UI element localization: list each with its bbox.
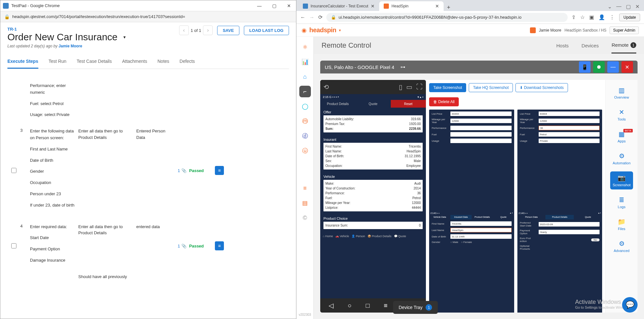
device-tray[interactable]: Device Tray 1 bbox=[393, 301, 438, 314]
new-tab-button[interactable]: + bbox=[444, 4, 454, 11]
load-last-log-button[interactable]: LOAD LAST LOG bbox=[244, 26, 289, 35]
dropdown-caret-icon[interactable]: ▾ bbox=[123, 34, 126, 40]
chevron-down-icon[interactable]: ▾ bbox=[339, 28, 341, 33]
share-icon[interactable]: ⇪ bbox=[572, 14, 576, 20]
doc-icon[interactable]: ≡ bbox=[215, 241, 224, 250]
tab-execute-steps[interactable]: Execute Steps bbox=[7, 55, 38, 69]
take-hq-screenshot-button[interactable]: Take HQ Screenshot bbox=[469, 83, 513, 92]
tool-logs[interactable]: ≣Logs bbox=[615, 193, 628, 211]
bookmark-icon[interactable]: ☆ bbox=[580, 14, 585, 20]
sidebar-doc-icon[interactable]: ▤ bbox=[299, 197, 311, 209]
nav-product[interactable]: 📦 Product Details bbox=[368, 235, 391, 238]
prev-button[interactable]: ‹ bbox=[179, 25, 189, 35]
maximize-button[interactable]: ▢ bbox=[270, 2, 279, 10]
step-checkbox[interactable] bbox=[11, 168, 16, 173]
super-admin-button[interactable]: Super Admin bbox=[610, 26, 639, 34]
tool-apps[interactable]: BETA▦Apps bbox=[615, 128, 628, 146]
close-button[interactable]: ✕ bbox=[635, 4, 639, 10]
screenshot-thumbnail[interactable]: List Price44444 Mileage per Year12000 Pe… bbox=[429, 110, 514, 227]
tool-advanced[interactable]: ⚙Advanced bbox=[611, 237, 632, 255]
tab-attachments[interactable]: Attachments bbox=[122, 55, 147, 69]
back-button[interactable]: ← bbox=[300, 15, 305, 20]
nav-home[interactable]: ⌂ Home bbox=[323, 235, 333, 238]
sidebar-network-icon[interactable]: ⚛ bbox=[299, 41, 311, 53]
tab-devices[interactable]: Devices bbox=[582, 38, 599, 53]
close-device-button[interactable]: ✕ bbox=[621, 61, 633, 73]
tool-automation[interactable]: ⚙Automation bbox=[610, 150, 633, 168]
sidebar-copyright-icon[interactable]: © bbox=[299, 212, 311, 224]
menu-icon[interactable]: ≡ bbox=[384, 302, 388, 309]
recents-icon[interactable]: □ bbox=[366, 302, 370, 309]
rotate-icon[interactable]: ⟲ bbox=[323, 83, 329, 91]
next-button[interactable]: › bbox=[203, 25, 213, 35]
tab-test-run[interactable]: Test Run bbox=[49, 55, 66, 69]
take-screenshot-button[interactable]: Take Screenshot bbox=[429, 83, 466, 92]
address-bar[interactable]: 🔒 headspin.qtestnet.com/p/7014/portal/te… bbox=[0, 11, 296, 22]
tool-tools[interactable]: ✕Tools bbox=[615, 106, 629, 124]
save-button[interactable]: SAVE bbox=[217, 26, 239, 35]
nav-person[interactable]: 👤 Person bbox=[351, 235, 365, 238]
phone-tab[interactable]: Quote bbox=[355, 100, 390, 108]
chat-bubble[interactable]: 💬 bbox=[622, 297, 638, 313]
minimize-device-button[interactable]: — bbox=[607, 61, 619, 73]
portrait-icon[interactable]: ▯ bbox=[399, 83, 402, 91]
maximize-button[interactable]: ▢ bbox=[626, 4, 631, 10]
profile-icon[interactable]: 👤 bbox=[599, 14, 605, 20]
tab-defects[interactable]: Defects bbox=[179, 55, 195, 69]
minimize-button[interactable]: — bbox=[616, 4, 621, 10]
steps-table: Performance; enter numeric Fuel: select … bbox=[7, 77, 289, 285]
fullscreen-icon[interactable]: ⛶ bbox=[416, 83, 423, 91]
delete-all-button[interactable]: 🗑 Delete All bbox=[429, 97, 459, 106]
screenshot-thumbnail[interactable]: 2:14 G ▪ ▪▴ ▪ Person Data Product Detail… bbox=[517, 211, 602, 313]
sidebar-chart-icon[interactable]: 📊 bbox=[299, 56, 311, 68]
step-attachment[interactable]: 1 📎 bbox=[175, 224, 189, 268]
tab-hosts[interactable]: Hosts bbox=[556, 38, 569, 53]
back-icon[interactable]: ◁ bbox=[329, 302, 333, 309]
extension-icon[interactable]: ▣ bbox=[589, 14, 594, 20]
sidebar-list-icon[interactable]: ≡ bbox=[299, 182, 311, 194]
update-button[interactable]: Update bbox=[619, 14, 640, 21]
home-icon[interactable]: ○ bbox=[348, 302, 351, 309]
minimize-button[interactable]: — bbox=[255, 2, 264, 10]
step-expected: Enter all data then go to Product Detail… bbox=[78, 224, 136, 268]
headspin-logo[interactable]: ◉ headspin ▾ bbox=[302, 26, 341, 34]
tool-files[interactable]: 📁Files bbox=[615, 215, 628, 233]
sidebar-m-icon[interactable]: ⓜ bbox=[299, 115, 311, 127]
browser-tab[interactable]: InsuranceCalculator - Test Execut ✕ bbox=[298, 1, 379, 11]
phone-tab[interactable]: Product Details bbox=[320, 100, 355, 108]
reload-button[interactable]: ⟳ bbox=[318, 14, 322, 20]
phone-screen[interactable]: 2:15 G ▪ ▪ ▪ • ▾ ▴ ▪ Product Details Quo… bbox=[320, 94, 426, 298]
tool-overview[interactable]: ▥Overview bbox=[612, 84, 632, 102]
landscape-icon[interactable]: ▭ bbox=[406, 83, 412, 91]
tab-close-icon[interactable]: ✕ bbox=[435, 4, 439, 9]
sidebar-d-icon[interactable]: ⓓ bbox=[299, 130, 311, 142]
close-button[interactable]: ✕ bbox=[284, 2, 293, 10]
sidebar-u-icon[interactable]: ⓤ bbox=[299, 145, 311, 157]
nav-quote[interactable]: 💬 Quote bbox=[394, 235, 406, 238]
screenshot-thumbnail[interactable]: 2:14 G ▪ ▪▴ ▪ Vehicle Data Insurant Data… bbox=[429, 211, 514, 313]
author-link[interactable]: Jamie Moore bbox=[59, 44, 82, 48]
tab-test-case-details[interactable]: Test Case Details bbox=[77, 55, 112, 69]
menu-icon[interactable]: ⋮ bbox=[610, 14, 615, 20]
doc-icon[interactable]: ≡ bbox=[215, 166, 224, 175]
tab-close-icon[interactable]: ✕ bbox=[371, 4, 375, 9]
phone-button[interactable]: 📱 bbox=[579, 61, 591, 73]
tab-notes[interactable]: Notes bbox=[158, 55, 169, 69]
tool-screenshot[interactable]: 📷Screenshot bbox=[610, 171, 633, 189]
record-button[interactable]: ⏺ bbox=[593, 61, 605, 73]
phone-tab-reset[interactable]: Reset bbox=[391, 100, 426, 108]
download-screenshots-button[interactable]: ⬇ Download Screenshots bbox=[515, 83, 568, 92]
user-name[interactable]: Jamie Moore bbox=[539, 28, 561, 33]
sidebar-p-icon[interactable]: ◯ bbox=[299, 101, 311, 112]
browser-tab[interactable]: HeadSpin ✕ bbox=[379, 1, 444, 11]
nav-vehicle[interactable]: 🚗 Vehicle bbox=[335, 235, 349, 238]
step-checkbox[interactable] bbox=[11, 243, 16, 248]
screenshot-thumbnail[interactable]: List Price44444 Mileage per Year12000 Pe… bbox=[517, 110, 602, 227]
window-dropdown-icon[interactable]: ⌄ bbox=[608, 4, 612, 10]
step-attachment[interactable]: 1 📎 bbox=[175, 128, 189, 213]
tab-remote[interactable]: Remote 1 bbox=[611, 38, 636, 53]
address-bar[interactable]: 🔒 ui.headspin.io/remotecontrol/control?d… bbox=[326, 13, 568, 22]
sidebar-home-icon[interactable]: ⌂ bbox=[299, 71, 311, 82]
sidebar-remote-icon[interactable]: ⌐ bbox=[299, 86, 311, 97]
forward-button[interactable]: → bbox=[309, 15, 314, 20]
